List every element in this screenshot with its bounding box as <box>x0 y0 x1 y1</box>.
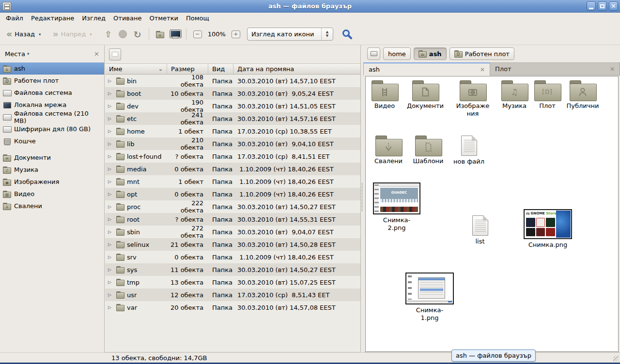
file-icon-documents-folder[interactable]: Документи <box>405 80 446 110</box>
column-header-type[interactable]: Вид <box>208 64 233 74</box>
reload-button[interactable]: ↻ <box>130 27 145 42</box>
maximize-button[interactable] <box>598 1 607 11</box>
file-icon-pictures-folder[interactable]: Изображения <box>452 80 493 117</box>
tab-close-icon[interactable]: ✕ <box>480 66 485 73</box>
resize-grip[interactable] <box>613 356 619 362</box>
file-row[interactable]: ▷ dev 190 обекта Папка 30.03.2010 (вт) 1… <box>105 100 360 112</box>
icon-view-canvas[interactable]: Видео Документи Изображения ♫ Музика [D]… <box>365 76 619 352</box>
file-row[interactable]: ▷ root ? обекта Папка 30.03.2010 (вт) 14… <box>105 213 360 226</box>
tab-plot[interactable]: Плот ✕ <box>490 62 620 75</box>
expander-icon[interactable]: ▷ <box>108 104 114 108</box>
file-icon-downloads-folder[interactable]: Свалени <box>368 136 409 165</box>
file-row[interactable]: ▷ bin 108 обекта Папка 30.03.2010 (вт) 1… <box>105 75 360 87</box>
tab-ash[interactable]: ash ✕ <box>363 62 490 76</box>
menu-item[interactable]: Изглед <box>78 14 109 23</box>
file-icon-public-folder[interactable]: Публични <box>562 80 603 110</box>
file-row[interactable]: ▷ var 20 обекта Папка 30.03.2010 (вт) 14… <box>105 301 360 314</box>
sidebar-place-item[interactable]: Работен плот <box>0 75 104 87</box>
file-icon-snimka[interactable]: 🄖 GNOME Store Снимка.png <box>527 209 568 249</box>
file-row[interactable]: ▷ sbin 272 обекта Папка 30.03.2010 (вт) … <box>105 226 360 238</box>
expander-icon[interactable]: ▷ <box>108 78 114 83</box>
menu-item[interactable]: Помощ <box>182 14 213 23</box>
expander-icon[interactable]: ▷ <box>108 91 114 96</box>
zoom-in-button[interactable]: + <box>229 29 243 40</box>
sidebar-place-item[interactable]: Кошче <box>0 135 104 147</box>
file-row[interactable]: ▷ tmp 13 обекта Папка 30.03.2010 (вт) 15… <box>105 276 360 288</box>
sidebar-mode-select[interactable]: Места ▾ <box>5 50 29 58</box>
location-icon-button[interactable] <box>109 48 121 61</box>
sidebar-bookmark-item[interactable]: Свалени <box>0 200 104 212</box>
file-row[interactable]: ▷ media 0 обекта Папка 1.10.2009 (чт) 18… <box>105 163 360 175</box>
file-row[interactable]: ▷ proc 222 обекта Папка 30.03.2010 (вт) … <box>105 200 360 213</box>
sidebar-bookmark-item[interactable]: Видео <box>0 188 104 200</box>
sidebar-place-item[interactable]: Шифриран дял (80 GB) <box>0 123 104 135</box>
file-row[interactable]: ▷ etc 241 обекта Папка 30.03.2010 (вт) 1… <box>105 112 360 125</box>
expander-icon[interactable]: ▷ <box>108 179 114 184</box>
forward-button[interactable]: » Напред ▾ <box>49 27 95 41</box>
file-icon-desktop-folder[interactable]: [D] Плот <box>527 80 568 110</box>
close-button[interactable]: ✕ <box>609 1 618 11</box>
expander-icon[interactable]: ▷ <box>108 267 114 272</box>
expander-icon[interactable]: ▷ <box>108 229 114 234</box>
file-icon-new-file[interactable]: нов файл <box>449 136 489 166</box>
sidebar-bookmark-item[interactable]: Изображения <box>0 176 104 188</box>
expander-icon[interactable]: ▷ <box>108 141 114 146</box>
file-row[interactable]: ▷ opt 0 обекта Папка 1.10.2009 (чт) 18,4… <box>105 188 360 200</box>
file-row[interactable]: ▷ home 1 обект Папка 17.03.2010 (ср) 10,… <box>105 125 360 137</box>
expander-icon[interactable]: ▷ <box>108 255 114 259</box>
sidebar-bookmark-item[interactable]: Музика <box>0 164 104 176</box>
sidebar-place-item[interactable]: Файлова система <box>0 87 104 99</box>
sidebar-place-item[interactable]: Файлова система (210 MB) <box>0 111 104 123</box>
expander-icon[interactable]: ▷ <box>108 305 114 310</box>
back-history-dropdown-icon[interactable]: ▾ <box>39 32 41 37</box>
view-mode-select[interactable]: Изглед като икони ▲▼ <box>247 28 333 41</box>
menu-item[interactable]: Редактиране <box>27 14 78 23</box>
sidebar-place-item[interactable]: ash <box>0 62 104 75</box>
search-button[interactable] <box>340 27 355 42</box>
file-icon-snimka-2[interactable]: GUADEC Снимка-2.png <box>376 182 417 231</box>
column-header-size[interactable]: Размер <box>167 64 208 74</box>
file-row[interactable]: ▷ selinux 21 обекта Папка 30.03.2010 (вт… <box>105 238 360 251</box>
computer-button[interactable] <box>168 28 182 41</box>
path-button-home[interactable]: home <box>383 47 411 60</box>
menu-item[interactable]: Отиване <box>109 14 145 23</box>
file-row[interactable]: ▷ lost+found ? обекта Папка 17.03.2010 (… <box>105 150 360 163</box>
file-icon-video-folder[interactable]: Видео <box>365 80 405 110</box>
expander-icon[interactable]: ▷ <box>108 167 114 171</box>
expander-icon[interactable]: ▷ <box>108 192 114 197</box>
stop-button[interactable] <box>116 28 130 40</box>
expander-icon[interactable]: ▷ <box>108 217 114 222</box>
back-button[interactable]: « Назад ▾ <box>3 27 44 41</box>
sidebar-place-item[interactable]: Локална мрежа <box>0 99 104 111</box>
sidebar-bookmark-item[interactable]: Документи <box>0 152 104 164</box>
home-button[interactable] <box>153 29 168 40</box>
file-row[interactable]: ▷ usr 12 обекта Папка 17.03.2010 (ср) 8,… <box>105 288 360 301</box>
path-button-ash[interactable]: ash <box>414 47 447 60</box>
expander-icon[interactable]: ▷ <box>108 116 114 121</box>
file-icon-snimka-1[interactable]: Снимка-1.png <box>409 273 450 321</box>
expander-icon[interactable]: ▷ <box>108 242 114 247</box>
title-bar[interactable]: ash — файлов браузър ✕ <box>0 0 620 13</box>
file-row[interactable]: ▷ lib 210 обекта Папка 30.03.2010 (вт) 9… <box>105 137 360 150</box>
file-row[interactable]: ▷ srv 0 обекта Папка 1.10.2009 (чт) 18,4… <box>105 251 360 263</box>
file-row[interactable]: ▷ boot 10 обекта Папка 30.03.2010 (вт) 9… <box>105 87 360 100</box>
menu-item[interactable]: Отметки <box>145 14 182 23</box>
menu-item[interactable]: Файл <box>2 14 27 23</box>
sidebar-close-button[interactable]: ✕ <box>94 50 99 58</box>
root-drive-button[interactable] <box>367 47 380 60</box>
expander-icon[interactable]: ▷ <box>108 204 114 209</box>
file-row[interactable]: ▷ mnt 1 обект Папка 1.10.2009 (чт) 18,40… <box>105 175 360 188</box>
zoom-out-button[interactable]: − <box>190 29 205 40</box>
column-header-name[interactable]: Име ⌄ <box>105 64 167 74</box>
expander-icon[interactable]: ▷ <box>108 154 114 159</box>
expander-icon[interactable]: ▷ <box>108 292 114 297</box>
file-row[interactable]: ▷ sys 11 обекта Папка 30.03.2010 (вт) 14… <box>105 263 360 276</box>
minimize-button[interactable] <box>587 1 596 11</box>
file-icon-list[interactable]: list <box>460 215 500 245</box>
column-header-date[interactable]: Дата на промяна <box>233 64 360 74</box>
expander-icon[interactable]: ▷ <box>108 129 114 134</box>
file-icon-templates-folder[interactable]: Шаблони <box>408 136 449 165</box>
tab-close-icon[interactable]: ✕ <box>610 66 615 73</box>
path-button-desktop[interactable]: Работен плот <box>450 47 514 60</box>
up-button[interactable]: ⇧ <box>101 27 116 41</box>
